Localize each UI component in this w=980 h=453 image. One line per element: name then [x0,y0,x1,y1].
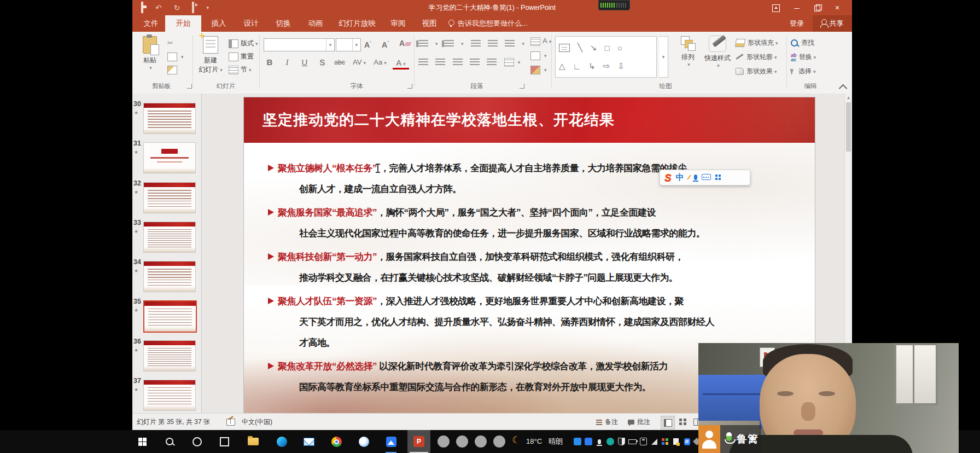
tray-tim-icon[interactable] [573,437,582,446]
tray-network-signal-icon[interactable] [650,437,658,446]
task-view-button[interactable] [212,430,236,453]
app-placeholder-icon[interactable] [456,435,468,448]
columns-icon[interactable] [504,58,514,67]
bold-button[interactable]: B [261,56,278,69]
font-size-combo[interactable]: ▾ [336,38,361,51]
language-indicator[interactable]: 中文(中国) [242,414,272,431]
line-spacing-icon[interactable] [505,40,515,48]
clear-formatting-button[interactable]: A [399,37,411,49]
rectangle-shape-icon[interactable]: □ [605,43,610,53]
sign-in-button[interactable]: 登录 [790,15,804,32]
line-shape-icon[interactable]: ╲ [578,43,582,53]
tab-view[interactable]: 视图 [415,15,444,32]
ribbon-display-options-button[interactable] [767,0,785,15]
webcam-overlay[interactable]: 鲁篱 [698,343,959,453]
arrange-button[interactable]: 排列▾ [675,35,701,80]
shape-effects-button[interactable]: 形状效果▾ [736,65,777,78]
tab-insert[interactable]: 插入 [204,15,234,32]
cortana-button[interactable] [185,430,209,453]
underline-button[interactable]: U [296,56,313,69]
minimize-button[interactable] [788,0,806,15]
copy-button[interactable]: ▾ [167,50,184,62]
weather-temperature[interactable]: 18°C [526,430,542,453]
italic-button[interactable]: I [279,56,295,69]
triangle-shape-icon[interactable]: △ [559,61,565,71]
shrink-font-button[interactable]: Aˇ [382,37,389,49]
format-painter-button[interactable] [167,63,179,76]
mail-button[interactable] [297,430,321,453]
replace-button[interactable]: abac替换▾ [791,50,816,63]
font-name-combo[interactable]: ▾ [264,38,335,51]
elbow-shape-icon[interactable]: ∟ [573,62,581,71]
close-button[interactable]: × [828,0,847,15]
shapes-gallery-more-button[interactable]: ▾ [659,36,668,78]
tab-review[interactable]: 审阅 [384,15,412,32]
chrome-button[interactable] [324,430,348,453]
tell-me-box[interactable]: 告诉我您想要做什么... [448,15,528,32]
ime-toolbox-icon[interactable] [715,175,721,181]
grow-font-button[interactable]: Aˆ [364,37,371,49]
slide-sorter-view-button[interactable] [676,416,689,428]
share-button[interactable]: 共享 [813,15,852,32]
app-placeholder-icon[interactable] [438,435,450,448]
character-spacing-button[interactable]: AV▾ [351,56,368,69]
ime-keyboard-icon[interactable] [702,174,711,181]
paste-button[interactable]: 粘贴▾ [137,35,163,80]
shape-fill-button[interactable]: 形状填充▾ [736,36,778,49]
ime-mic-icon[interactable] [694,175,697,181]
shape-outline-button[interactable]: 形状轮廓▾ [736,50,777,63]
paragraph-dialog-launcher[interactable] [520,84,524,89]
weather-condition[interactable]: 晴朗 [549,430,563,453]
scrollbar-thumb[interactable] [846,102,851,152]
tab-transitions[interactable]: 切换 [269,15,298,32]
right-arrow-shape-icon[interactable]: ⇨ [603,61,610,71]
down-arrow-shape-icon[interactable]: ⇩ [617,61,625,71]
tab-design[interactable]: 设计 [236,15,266,32]
taskbar-search-button[interactable] [158,430,182,453]
align-right-icon[interactable] [453,59,463,66]
oval-shape-icon[interactable]: ○ [617,43,622,53]
select-button[interactable]: 选择▾ [791,65,816,78]
weather-moon-icon[interactable]: ☾ [512,434,520,446]
tab-slideshow[interactable]: 幻灯片放映 [333,15,381,32]
cut-button[interactable]: ✂ [167,37,173,49]
find-button[interactable]: 查找 [791,36,814,49]
text-shadow-button[interactable]: S [314,56,330,69]
increase-indent-icon[interactable] [488,40,498,48]
tray-document-shield-icon[interactable] [672,437,680,446]
edge-button[interactable] [270,430,294,453]
notes-button[interactable]: 备注 [596,414,618,431]
tray-defender-icon[interactable] [617,437,626,446]
app-placeholder-icon[interactable] [493,435,505,448]
tab-animations[interactable]: 动画 [301,15,330,32]
arrow-shape-icon[interactable]: ↘ [590,43,597,53]
quark-browser-button[interactable] [352,430,376,453]
layout-button[interactable]: 版式▾ [229,37,258,49]
ime-mode-chinese[interactable]: 中 [676,172,684,183]
text-box-icon[interactable] [559,44,570,52]
distribute-icon[interactable] [487,59,497,66]
spellcheck-button[interactable] [226,414,238,431]
lanhu-app-button[interactable] [379,430,403,453]
tab-file[interactable]: 文件 [139,15,162,32]
new-slide-button[interactable]: 新建 幻灯片▾ [196,35,225,80]
collapse-ribbon-icon[interactable] [839,84,848,93]
sogou-input-bar[interactable]: S 中 [660,170,750,185]
elbow-arrow-shape-icon[interactable]: ↳ [588,61,596,71]
restore-button[interactable] [808,0,826,15]
tray-bluetooth-icon[interactable]: B [682,437,691,446]
change-case-button[interactable]: Aa▾ [372,56,388,69]
normal-view-button[interactable] [661,416,675,429]
scroll-up-icon[interactable]: ▴ [845,94,852,101]
align-center-icon[interactable] [435,59,445,66]
align-left-icon[interactable] [418,59,428,66]
font-dialog-launcher[interactable] [407,84,412,89]
tray-usb-icon[interactable] [639,437,648,446]
comments-button[interactable]: 批注 [628,414,650,431]
text-direction-button[interactable]: A▾ [530,35,551,47]
tray-microphone-icon[interactable] [595,437,604,446]
clipboard-dialog-launcher[interactable] [187,84,192,89]
section-button[interactable]: 节▾ [229,63,252,76]
tray-colorgrid-icon[interactable] [661,437,669,446]
decrease-indent-icon[interactable] [471,40,481,48]
